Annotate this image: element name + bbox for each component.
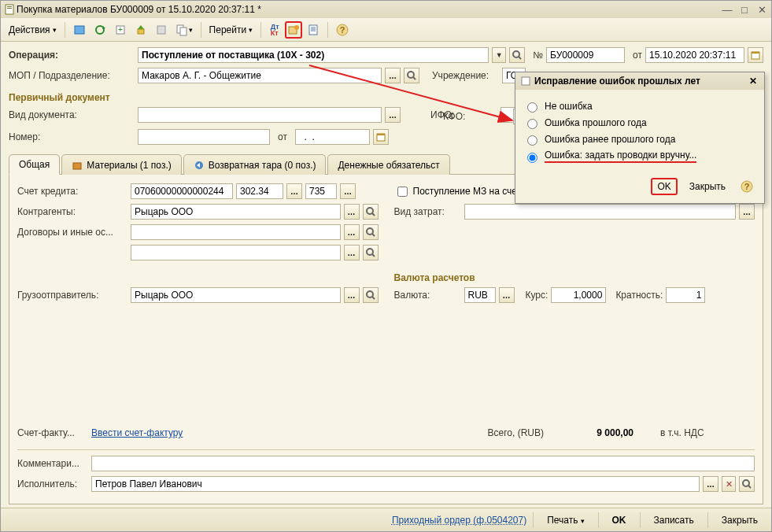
popup-title: Исправление ошибок прошлых лет <box>534 76 700 87</box>
gruz-field[interactable] <box>131 287 341 303</box>
isp-open[interactable] <box>739 476 755 492</box>
tb-icon-post[interactable] <box>131 21 150 39</box>
svg-point-40 <box>367 291 373 297</box>
vid-doc-select[interactable]: … <box>385 107 401 123</box>
svg-rect-0 <box>6 5 13 14</box>
popup-option-3[interactable]: Ошибка ранее прошлого года <box>523 133 756 146</box>
dog2-select[interactable]: … <box>344 245 360 260</box>
minimize-icon[interactable]: — <box>721 4 733 15</box>
val-label: Валюта: <box>394 290 461 301</box>
val-select[interactable]: … <box>499 287 515 303</box>
kontr-open[interactable] <box>363 204 379 220</box>
vid-zat-label: Вид затрат: <box>394 206 461 217</box>
date-calendar-button[interactable] <box>748 47 763 63</box>
popup-icon <box>520 76 531 87</box>
popup-close-button[interactable]: Закрыть <box>682 178 733 195</box>
maximize-icon[interactable]: □ <box>738 4 751 15</box>
popup-close-icon[interactable]: ✕ <box>747 76 759 87</box>
svg-rect-44 <box>522 77 530 85</box>
tb-icon-help[interactable]: ? <box>333 21 352 39</box>
tb-icon-errors-highlight[interactable] <box>285 21 302 39</box>
krat-field[interactable] <box>666 287 705 303</box>
popup-option-2[interactable]: Ошибка прошлого года <box>523 116 756 129</box>
svg-point-42 <box>743 480 749 486</box>
popup-option-1[interactable]: Не ошибка <box>523 100 756 113</box>
mop-field[interactable] <box>138 68 382 83</box>
vid-doc-field[interactable] <box>138 107 382 123</box>
isp-select[interactable]: … <box>703 476 718 492</box>
uchr-label: Учреждение: <box>432 70 499 81</box>
dog-select[interactable]: … <box>344 224 360 240</box>
window-title: Покупка материалов БУ000009 от 15.10.202… <box>17 4 261 15</box>
kontr-field[interactable] <box>131 204 341 220</box>
komm-field[interactable] <box>91 456 755 471</box>
sf-label: Счет-факту... <box>17 427 88 438</box>
tb-icon-refresh[interactable] <box>90 21 109 39</box>
vid-zat-field[interactable] <box>464 204 737 220</box>
tb-icon-add[interactable]: + <box>111 21 130 39</box>
return-icon <box>194 160 205 171</box>
popup-option-4[interactable]: Ошибка: задать проводки вручну... <box>523 150 756 163</box>
mop-select-button[interactable]: … <box>385 68 401 83</box>
number-field[interactable] <box>546 47 625 63</box>
tab-materials[interactable]: Материалы (1 поз.) <box>61 154 181 175</box>
schet2-select[interactable]: … <box>286 183 302 199</box>
operation-dropdown[interactable]: ▼ <box>492 47 506 63</box>
main-window: Покупка материалов БУ000009 от 15.10.202… <box>0 0 772 532</box>
popup-titlebar: Исправление ошибок прошлых лет ✕ <box>515 72 764 90</box>
isp-clear[interactable]: ✕ <box>722 476 736 492</box>
tab-tara[interactable]: Возвратная тара (0 поз.) <box>183 154 327 175</box>
kontr-select[interactable]: … <box>344 204 360 220</box>
dog2-open[interactable] <box>363 245 379 260</box>
operation-open[interactable] <box>509 47 525 63</box>
goto-menu[interactable]: Перейти▾ <box>206 21 257 39</box>
svg-rect-3 <box>75 26 84 34</box>
save-button[interactable]: Записать <box>647 512 701 529</box>
schet3-select[interactable]: … <box>340 183 356 199</box>
svg-rect-1 <box>7 6 12 7</box>
nomer-field[interactable] <box>138 129 270 145</box>
kurs-field[interactable] <box>551 287 606 303</box>
date-field[interactable] <box>645 47 744 63</box>
post-mz-checkbox[interactable] <box>397 187 408 197</box>
tb-icon-5[interactable] <box>152 21 171 39</box>
tb-icon-report[interactable] <box>304 21 323 39</box>
tab-obligations[interactable]: Денежные обязательст <box>327 154 449 175</box>
tb-icon-1[interactable] <box>70 21 89 39</box>
svg-rect-2 <box>7 8 12 9</box>
vid-zat-select[interactable]: … <box>739 204 755 220</box>
dog-label: Договоры и иные ос... <box>17 227 127 238</box>
dog-field[interactable] <box>131 224 341 240</box>
order-link[interactable]: Приходный ордер (ф.0504207) <box>392 515 526 526</box>
ot-date-field[interactable] <box>295 129 370 145</box>
isp-field[interactable] <box>91 476 700 492</box>
kurs-label: Курс: <box>526 290 549 301</box>
schet1-field[interactable] <box>131 183 233 199</box>
schet2-field[interactable] <box>236 183 283 199</box>
svg-rect-31 <box>73 163 81 169</box>
vsego-value: 9 000,00 <box>571 427 633 438</box>
print-button[interactable]: Печать▾ <box>540 512 591 529</box>
tb-icon-basedon[interactable]: ▾ <box>172 21 196 39</box>
val-field[interactable] <box>464 287 496 303</box>
dog2-field[interactable] <box>131 245 341 260</box>
nomer-label: Номер: <box>9 131 135 142</box>
close-icon[interactable]: ✕ <box>755 4 768 15</box>
tb-icon-dtkt[interactable]: ДтКт <box>266 21 283 39</box>
popup-help-icon[interactable]: ? <box>737 178 756 195</box>
sf-link[interactable]: Ввести счет-фактуру <box>91 427 183 438</box>
schet3-field[interactable] <box>305 183 337 199</box>
actions-menu[interactable]: Действия▾ <box>6 21 60 39</box>
svg-rect-8 <box>138 29 144 34</box>
mop-open-button[interactable] <box>404 68 419 83</box>
gruz-select[interactable]: … <box>344 287 360 303</box>
number-label: № <box>533 50 543 61</box>
ok-button[interactable]: OK <box>605 512 633 529</box>
tab-general[interactable]: Общая <box>9 154 60 175</box>
gruz-open[interactable] <box>363 287 379 303</box>
dog-open[interactable] <box>363 224 379 240</box>
ot-calendar-button[interactable] <box>373 129 389 145</box>
popup-ok-button[interactable]: OK <box>651 178 677 195</box>
close-button[interactable]: Закрыть <box>715 512 765 529</box>
operation-select[interactable] <box>138 47 489 63</box>
